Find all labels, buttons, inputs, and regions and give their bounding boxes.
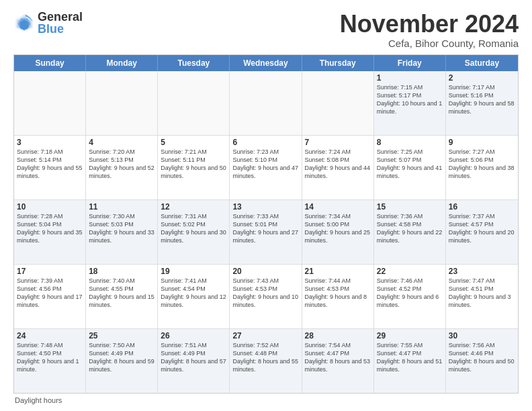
day-info: Sunrise: 7:46 AM Sunset: 4:52 PM Dayligh…	[377, 277, 443, 310]
calendar-header-cell: Saturday	[446, 55, 518, 71]
day-info: Sunrise: 7:54 AM Sunset: 4:47 PM Dayligh…	[305, 341, 371, 374]
day-number: 29	[377, 331, 443, 340]
main-title: November 2024	[340, 11, 519, 38]
calendar-cell: 10Sunrise: 7:28 AM Sunset: 5:04 PM Dayli…	[14, 200, 86, 264]
day-number: 20	[232, 267, 298, 276]
day-number: 4	[89, 138, 154, 147]
day-info: Sunrise: 7:51 AM Sunset: 4:49 PM Dayligh…	[161, 341, 226, 374]
day-number: 15	[377, 202, 443, 212]
logo-blue: Blue	[38, 22, 64, 36]
calendar-cell: 3Sunrise: 7:18 AM Sunset: 5:14 PM Daylig…	[14, 136, 86, 199]
calendar-header-cell: Thursday	[302, 55, 374, 71]
day-info: Sunrise: 7:20 AM Sunset: 5:13 PM Dayligh…	[89, 148, 154, 181]
calendar-cell: 14Sunrise: 7:34 AM Sunset: 5:00 PM Dayli…	[302, 200, 374, 264]
day-number: 14	[305, 202, 371, 212]
day-info: Sunrise: 7:27 AM Sunset: 5:06 PM Dayligh…	[449, 148, 515, 181]
day-number: 6	[232, 138, 298, 147]
day-info: Sunrise: 7:17 AM Sunset: 5:16 PM Dayligh…	[449, 83, 515, 116]
day-number: 25	[89, 331, 154, 340]
calendar-cell	[14, 71, 86, 135]
day-number: 24	[17, 331, 83, 340]
day-number: 26	[161, 331, 226, 340]
calendar-cell: 21Sunrise: 7:44 AM Sunset: 4:53 PM Dayli…	[302, 265, 374, 328]
day-info: Sunrise: 7:15 AM Sunset: 5:17 PM Dayligh…	[377, 83, 443, 116]
day-number: 30	[449, 331, 515, 340]
calendar-row: 24Sunrise: 7:48 AM Sunset: 4:50 PM Dayli…	[14, 329, 518, 393]
calendar-body: 1Sunrise: 7:15 AM Sunset: 5:17 PM Daylig…	[14, 71, 518, 393]
day-number: 7	[305, 138, 371, 147]
calendar-header: SundayMondayTuesdayWednesdayThursdayFrid…	[14, 55, 518, 71]
day-number: 1	[377, 73, 443, 83]
calendar-cell	[158, 71, 230, 135]
day-info: Sunrise: 7:21 AM Sunset: 5:11 PM Dayligh…	[161, 148, 226, 181]
day-number: 16	[449, 202, 515, 212]
calendar-header-cell: Monday	[86, 55, 158, 71]
day-info: Sunrise: 7:43 AM Sunset: 4:53 PM Dayligh…	[232, 277, 298, 310]
calendar-cell: 6Sunrise: 7:23 AM Sunset: 5:10 PM Daylig…	[230, 136, 302, 199]
day-number: 8	[377, 138, 443, 147]
calendar-header-cell: Tuesday	[158, 55, 230, 71]
day-info: Sunrise: 7:18 AM Sunset: 5:14 PM Dayligh…	[17, 148, 83, 181]
day-number: 22	[377, 267, 443, 276]
day-number: 19	[161, 267, 226, 276]
day-number: 27	[232, 331, 298, 340]
day-info: Sunrise: 7:31 AM Sunset: 5:02 PM Dayligh…	[161, 212, 226, 245]
day-info: Sunrise: 7:48 AM Sunset: 4:50 PM Dayligh…	[17, 341, 83, 374]
day-number: 9	[449, 138, 515, 147]
calendar-cell: 26Sunrise: 7:51 AM Sunset: 4:49 PM Dayli…	[158, 329, 230, 393]
day-number: 12	[161, 202, 226, 212]
calendar-row: 17Sunrise: 7:39 AM Sunset: 4:56 PM Dayli…	[14, 265, 518, 329]
day-info: Sunrise: 7:33 AM Sunset: 5:01 PM Dayligh…	[232, 212, 298, 245]
day-number: 23	[449, 267, 515, 276]
day-info: Sunrise: 7:25 AM Sunset: 5:07 PM Dayligh…	[377, 148, 443, 181]
subtitle: Cefa, Bihor County, Romania	[340, 38, 519, 49]
logo: General Blue	[13, 11, 83, 35]
calendar-cell: 2Sunrise: 7:17 AM Sunset: 5:16 PM Daylig…	[446, 71, 518, 135]
calendar-row: 3Sunrise: 7:18 AM Sunset: 5:14 PM Daylig…	[14, 136, 518, 200]
title-area: November 2024 Cefa, Bihor County, Romani…	[340, 11, 519, 49]
day-info: Sunrise: 7:34 AM Sunset: 5:00 PM Dayligh…	[305, 212, 371, 245]
daylight-footer: Daylight hours	[13, 396, 519, 404]
page: General Blue November 2024 Cefa, Bihor C…	[0, 0, 532, 411]
day-info: Sunrise: 7:55 AM Sunset: 4:47 PM Dayligh…	[377, 341, 443, 374]
calendar-cell: 1Sunrise: 7:15 AM Sunset: 5:17 PM Daylig…	[374, 71, 446, 135]
calendar: SundayMondayTuesdayWednesdayThursdayFrid…	[13, 54, 519, 394]
calendar-cell: 11Sunrise: 7:30 AM Sunset: 5:03 PM Dayli…	[86, 200, 158, 264]
day-number: 11	[89, 202, 154, 212]
calendar-cell: 8Sunrise: 7:25 AM Sunset: 5:07 PM Daylig…	[374, 136, 446, 199]
calendar-cell: 30Sunrise: 7:56 AM Sunset: 4:46 PM Dayli…	[446, 329, 518, 393]
day-info: Sunrise: 7:41 AM Sunset: 4:54 PM Dayligh…	[161, 277, 226, 310]
calendar-cell: 5Sunrise: 7:21 AM Sunset: 5:11 PM Daylig…	[158, 136, 230, 199]
day-number: 2	[449, 73, 515, 83]
day-info: Sunrise: 7:23 AM Sunset: 5:10 PM Dayligh…	[232, 148, 298, 181]
day-info: Sunrise: 7:24 AM Sunset: 5:08 PM Dayligh…	[305, 148, 371, 181]
calendar-cell: 20Sunrise: 7:43 AM Sunset: 4:53 PM Dayli…	[230, 265, 302, 328]
day-info: Sunrise: 7:40 AM Sunset: 4:55 PM Dayligh…	[89, 277, 154, 310]
day-info: Sunrise: 7:28 AM Sunset: 5:04 PM Dayligh…	[17, 212, 83, 245]
day-number: 13	[232, 202, 298, 212]
logo-icon	[13, 12, 35, 34]
day-info: Sunrise: 7:37 AM Sunset: 4:57 PM Dayligh…	[449, 212, 515, 245]
calendar-cell: 15Sunrise: 7:36 AM Sunset: 4:58 PM Dayli…	[374, 200, 446, 264]
calendar-cell: 13Sunrise: 7:33 AM Sunset: 5:01 PM Dayli…	[230, 200, 302, 264]
calendar-cell: 4Sunrise: 7:20 AM Sunset: 5:13 PM Daylig…	[86, 136, 158, 199]
calendar-cell	[86, 71, 158, 135]
calendar-cell: 17Sunrise: 7:39 AM Sunset: 4:56 PM Dayli…	[14, 265, 86, 328]
calendar-cell: 28Sunrise: 7:54 AM Sunset: 4:47 PM Dayli…	[302, 329, 374, 393]
day-number: 3	[17, 138, 83, 147]
calendar-cell: 29Sunrise: 7:55 AM Sunset: 4:47 PM Dayli…	[374, 329, 446, 393]
calendar-header-cell: Wednesday	[230, 55, 302, 71]
day-info: Sunrise: 7:56 AM Sunset: 4:46 PM Dayligh…	[449, 341, 515, 374]
day-number: 10	[17, 202, 83, 212]
day-info: Sunrise: 7:47 AM Sunset: 4:51 PM Dayligh…	[449, 277, 515, 310]
calendar-cell: 25Sunrise: 7:50 AM Sunset: 4:49 PM Dayli…	[86, 329, 158, 393]
day-number: 17	[17, 267, 83, 276]
calendar-cell: 18Sunrise: 7:40 AM Sunset: 4:55 PM Dayli…	[86, 265, 158, 328]
day-info: Sunrise: 7:50 AM Sunset: 4:49 PM Dayligh…	[89, 341, 154, 374]
day-number: 5	[161, 138, 226, 147]
calendar-header-cell: Sunday	[14, 55, 86, 71]
day-info: Sunrise: 7:30 AM Sunset: 5:03 PM Dayligh…	[89, 212, 154, 245]
calendar-row: 1Sunrise: 7:15 AM Sunset: 5:17 PM Daylig…	[14, 71, 518, 136]
calendar-cell	[230, 71, 302, 135]
calendar-cell: 22Sunrise: 7:46 AM Sunset: 4:52 PM Dayli…	[374, 265, 446, 328]
